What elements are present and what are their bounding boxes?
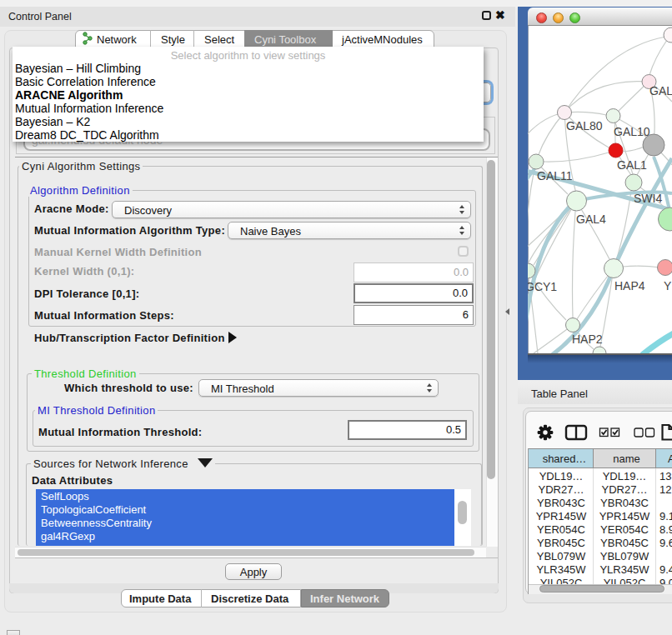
svg-text:HAP2: HAP2 [572,332,603,346]
svg-text:GAL: GAL [649,84,672,98]
svg-text:GAL1: GAL1 [617,158,647,172]
svg-text:SWI4: SWI4 [634,192,662,205]
svg-text:GAL80: GAL80 [566,119,603,132]
svg-text:GAL10: GAL10 [614,125,650,138]
svg-text:HAP4: HAP4 [614,279,645,292]
svg-text:Y: Y [664,279,672,292]
svg-text:GCY1: GCY1 [528,280,557,293]
svg-text:GAL11: GAL11 [537,169,573,182]
svg-text:GAL4: GAL4 [576,212,606,226]
